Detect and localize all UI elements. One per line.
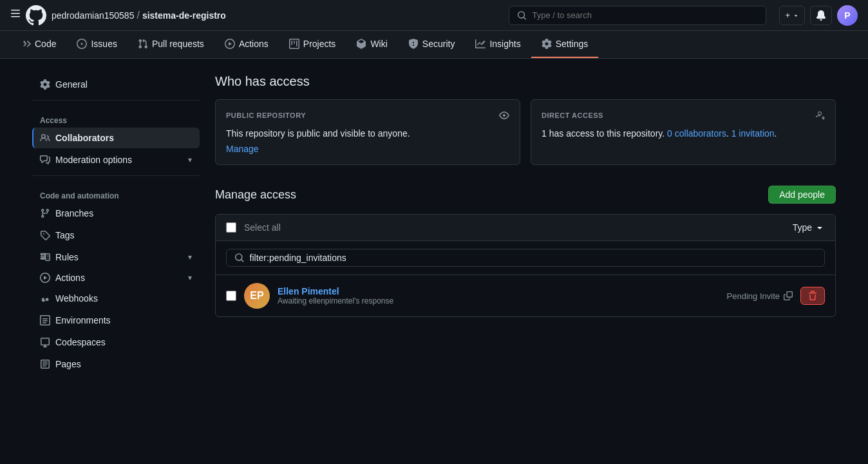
sidebar-actions-label: Actions <box>55 273 85 283</box>
actions-chevron-icon: ▾ <box>188 273 192 282</box>
main-content: Who has access PUBLIC REPOSITORY This re… <box>215 74 836 376</box>
sidebar-item-branches[interactable]: Branches <box>32 203 200 224</box>
sidebar-item-webhooks[interactable]: Webhooks <box>32 288 200 309</box>
sidebar-webhooks-label: Webhooks <box>55 293 98 304</box>
avatar: EP <box>244 283 270 309</box>
search-icon <box>517 10 527 21</box>
new-button[interactable]: + <box>779 6 805 25</box>
collaborators-link[interactable]: 0 collaborators <box>667 128 726 139</box>
eye-icon <box>499 110 509 121</box>
invitation-link[interactable]: 1 invitation <box>731 128 775 139</box>
access-cards: PUBLIC REPOSITORY This repository is pub… <box>215 99 836 165</box>
public-repo-label: PUBLIC REPOSITORY <box>226 111 306 119</box>
filter-input[interactable] <box>250 253 816 263</box>
type-label: Type <box>793 222 812 233</box>
sidebar-divider-1 <box>32 100 200 101</box>
sidebar-pages-label: Pages <box>55 359 81 369</box>
sidebar-item-actions[interactable]: Actions ▾ <box>32 267 200 288</box>
tab-settings-label: Settings <box>556 39 589 49</box>
tab-security-label: Security <box>422 39 455 49</box>
sidebar-divider-2 <box>32 175 200 176</box>
search-bar <box>509 6 766 25</box>
filter-search-icon <box>234 253 245 263</box>
tab-wiki[interactable]: Wiki <box>346 31 397 58</box>
sidebar-rules-label: Rules <box>55 252 79 262</box>
tab-issues-label: Issues <box>91 39 117 49</box>
access-table-header: Select all Type <box>216 215 835 241</box>
sidebar-item-collaborators[interactable]: Collaborators <box>32 128 200 148</box>
rules-icon <box>40 252 50 262</box>
avatar-initials: EP <box>250 290 263 302</box>
add-people-button[interactable]: Add people <box>768 186 836 204</box>
repo-tabs: Code Issues Pull requests Actions Projec… <box>0 31 868 59</box>
manage-access-title: Manage access <box>215 188 296 202</box>
public-repo-text: This repository is public and visible to… <box>226 128 509 139</box>
tab-code[interactable]: Code <box>10 31 66 58</box>
user-avatar-button[interactable]: P <box>837 5 858 26</box>
sidebar-tags-label: Tags <box>55 230 75 240</box>
user-name[interactable]: Ellen Pimentel <box>278 286 719 296</box>
trash-icon <box>807 291 818 301</box>
sidebar: General Access Collaborators Moderation … <box>32 74 200 376</box>
sidebar-item-pages[interactable]: Pages <box>32 354 200 374</box>
sidebar-item-environments[interactable]: Environments <box>32 310 200 331</box>
gear-icon <box>40 79 50 90</box>
play-icon <box>40 273 50 283</box>
tab-actions[interactable]: Actions <box>214 31 279 58</box>
notifications-button[interactable] <box>810 6 832 25</box>
page-title: Who has access <box>215 74 836 89</box>
search-input[interactable] <box>532 10 758 20</box>
tab-projects[interactable]: Projects <box>279 31 346 58</box>
select-all-checkbox[interactable] <box>226 222 236 233</box>
projects-icon <box>289 39 299 49</box>
tab-actions-label: Actions <box>239 39 269 49</box>
wiki-icon <box>356 39 366 49</box>
sidebar-item-rules[interactable]: Rules ▾ <box>32 247 200 267</box>
sidebar-item-tags[interactable]: Tags <box>32 225 200 246</box>
tab-security[interactable]: Security <box>398 31 466 58</box>
sidebar-item-moderation[interactable]: Moderation options ▾ <box>32 150 200 170</box>
branch-icon <box>40 208 50 218</box>
sidebar-moderation-label: Moderation options <box>55 155 132 165</box>
sidebar-branches-label: Branches <box>55 208 93 218</box>
manage-access-header: Manage access Add people <box>215 186 836 204</box>
type-chevron-icon <box>815 222 825 233</box>
user-info: Ellen Pimentel Awaiting ellenpimentel's … <box>278 286 719 305</box>
breadcrumb-owner[interactable]: pedrodamian150585 <box>52 10 134 21</box>
chevron-down-icon: ▾ <box>188 155 192 164</box>
notifications-icon <box>816 10 826 21</box>
manage-link[interactable]: Manage <box>226 144 259 154</box>
direct-access-header: DIRECT ACCESS <box>542 110 825 121</box>
user-row-checkbox[interactable] <box>226 291 236 301</box>
sidebar-item-general[interactable]: General <box>32 74 200 95</box>
tab-pull-requests[interactable]: Pull requests <box>127 31 214 58</box>
select-all-label: Select all <box>244 222 793 233</box>
sidebar-codespaces-label: Codespaces <box>55 337 106 347</box>
breadcrumb-separator: / <box>137 10 139 21</box>
copy-icon[interactable] <box>784 291 793 300</box>
tab-pull-requests-label: Pull requests <box>152 39 204 49</box>
people-icon <box>40 133 50 143</box>
comment-icon <box>40 155 50 165</box>
tab-settings[interactable]: Settings <box>531 31 599 58</box>
type-dropdown[interactable]: Type <box>793 222 825 233</box>
avatar: P <box>837 5 858 26</box>
tab-code-label: Code <box>35 39 56 49</box>
pr-icon <box>138 39 148 49</box>
direct-access-card: DIRECT ACCESS 1 has access to this repos… <box>531 99 836 165</box>
filter-input-wrapper <box>226 249 825 267</box>
pages-icon <box>40 359 50 369</box>
environment-icon <box>40 315 50 325</box>
sidebar-access-section: Access <box>32 106 200 128</box>
tab-insights[interactable]: Insights <box>465 31 531 58</box>
breadcrumb-repo: sistema-de-registro <box>142 10 226 21</box>
hamburger-menu-button[interactable] <box>10 8 21 22</box>
tab-issues[interactable]: Issues <box>66 31 127 58</box>
sidebar-item-codespaces[interactable]: Codespaces <box>32 332 200 353</box>
tag-icon <box>40 230 50 240</box>
tab-wiki-label: Wiki <box>370 39 387 49</box>
top-navbar: pedrodamian150585 / sistema-de-registro … <box>0 0 868 31</box>
delete-user-button[interactable] <box>800 287 825 305</box>
settings-icon <box>542 39 552 49</box>
public-repo-header: PUBLIC REPOSITORY <box>226 110 509 121</box>
